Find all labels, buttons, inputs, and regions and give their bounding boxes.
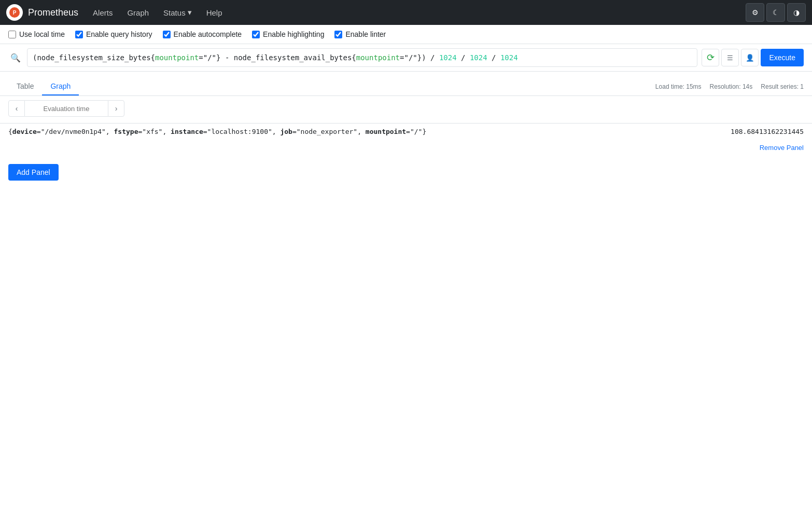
refresh-button[interactable]: ⟳ [702,49,719,66]
load-time: Load time: 15ms [655,83,702,90]
tab-graph[interactable]: Graph [42,78,79,95]
enable-query-history-option[interactable]: Enable query history [75,30,152,38]
brand-link[interactable]: P Prometheus [6,4,78,21]
format-button[interactable]: ☰ [721,49,739,66]
use-local-time-option[interactable]: Use local time [8,30,65,38]
result-value: 108.68413162231445 [673,124,812,140]
execute-button[interactable]: Execute [761,49,804,66]
query-input[interactable]: (node_filesystem_size_bytes{mountpoint="… [27,48,697,67]
table-row: {device="/dev/nvme0n1p4", fstype="xfs", … [0,124,812,140]
panel: Table Graph Load time: 15ms Resolution: … [0,78,812,156]
nav-status-toggle[interactable]: Status ▾ [157,4,198,21]
enable-autocomplete-checkbox[interactable] [163,31,171,38]
navbar-nav: Alerts Graph Status ▾ Help [87,4,746,21]
theme-toggle-button[interactable]: ☾ [766,3,785,22]
use-local-time-checkbox[interactable] [8,31,16,38]
nav-help[interactable]: Help [200,4,229,21]
add-panel-button[interactable]: Add Panel [8,164,59,181]
enable-linter-checkbox[interactable] [334,31,342,38]
enable-linter-label: Enable linter [345,30,386,38]
query-actions: ⟳ ☰ 👤 Execute [702,49,804,66]
moon-icon: ☾ [773,8,779,17]
search-button[interactable]: 🔍 [8,51,23,65]
left-arrow-icon: ‹ [16,104,18,113]
nav-alerts[interactable]: Alerts [87,4,119,21]
gear-icon: ⚙ [752,8,759,17]
brand-name: Prometheus [28,7,78,18]
resolution: Resolution: 14s [710,83,753,90]
right-arrow-icon: › [115,104,118,113]
prometheus-logo: P [6,4,23,21]
use-local-time-label: Use local time [19,30,65,38]
evaluation-time-input[interactable] [25,100,108,117]
enable-query-history-checkbox[interactable] [75,31,83,38]
enable-highlighting-option[interactable]: Enable highlighting [252,30,324,38]
enable-linter-option[interactable]: Enable linter [334,30,386,38]
eval-time-row: ‹ › [0,96,812,121]
result-table: {device="/dev/nvme0n1p4", fstype="xfs", … [0,123,812,140]
nav-graph[interactable]: Graph [121,4,155,21]
query-expression: (node_filesystem_size_bytes{mountpoint="… [33,53,518,62]
panel-tabs-row: Table Graph Load time: 15ms Resolution: … [0,78,812,96]
navbar: P Prometheus Alerts Graph Status ▾ Help … [0,0,812,25]
options-bar: Use local time Enable query history Enab… [0,25,812,44]
contrast-icon: ◑ [793,8,800,17]
svg-text:P: P [13,10,17,16]
add-panel-section: Add Panel [0,156,812,189]
result-series: Result series: 1 [761,83,804,90]
query-settings-button[interactable]: 👤 [741,49,759,66]
remove-panel-row: Remove Panel [0,140,812,156]
panel-tabs: Table Graph [8,78,79,95]
search-icon: 🔍 [10,53,21,62]
result-labels: {device="/dev/nvme0n1p4", fstype="xfs", … [0,124,673,140]
query-bar: 🔍 (node_filesystem_size_bytes{mountpoint… [0,44,812,72]
tab-table[interactable]: Table [8,78,42,95]
enable-highlighting-label: Enable highlighting [263,30,324,38]
format-icon: ☰ [727,54,733,62]
person-icon: 👤 [746,54,754,62]
refresh-icon: ⟳ [707,52,715,63]
remove-panel-button[interactable]: Remove Panel [760,144,804,152]
nav-status-dropdown[interactable]: Status ▾ [157,4,198,21]
enable-autocomplete-option[interactable]: Enable autocomplete [163,30,242,38]
next-time-button[interactable]: › [108,100,124,117]
enable-autocomplete-label: Enable autocomplete [174,30,242,38]
enable-highlighting-checkbox[interactable] [252,31,260,38]
panel-meta: Load time: 15ms Resolution: 14s Result s… [655,83,804,90]
enable-query-history-label: Enable query history [86,30,152,38]
prev-time-button[interactable]: ‹ [8,100,25,117]
navbar-right: ⚙ ☾ ◑ [746,3,806,22]
contrast-toggle-button[interactable]: ◑ [787,3,806,22]
dropdown-caret-icon: ▾ [188,8,192,17]
settings-icon-button[interactable]: ⚙ [746,3,764,22]
